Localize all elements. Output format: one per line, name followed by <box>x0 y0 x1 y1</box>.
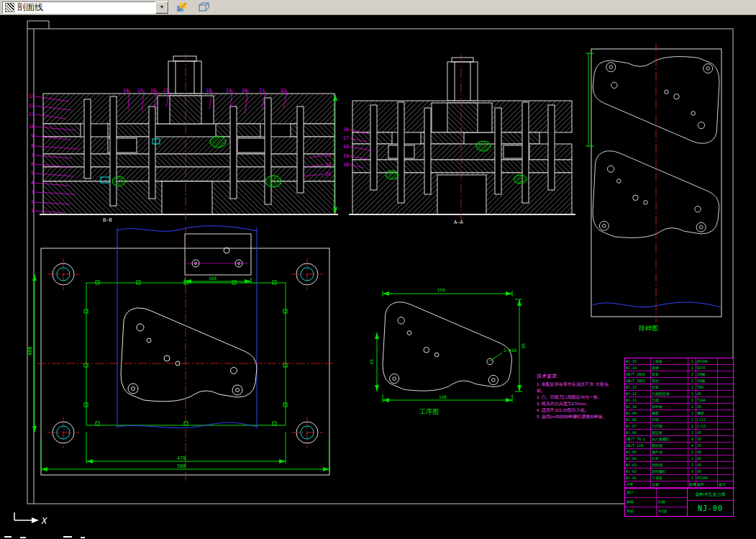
bom-cell: 凹模 <box>651 417 688 422</box>
bom-header-cell: 数量 <box>688 481 696 487</box>
bom-row: NJ-08凹模1Cr12 <box>625 417 733 423</box>
bom-row: NJ-13垫板1T8A <box>625 384 733 391</box>
bom-cell: 4 <box>688 436 696 442</box>
bom-cell <box>718 443 733 448</box>
bom-cell: 35 <box>696 436 718 442</box>
canvas-label: 14 <box>123 88 129 94</box>
bom-cell: 1 <box>688 410 696 416</box>
bom-title-block: 设计 校核 比例 审核 共1张 落料冲孔复合模 NJ-00 <box>625 488 733 516</box>
canvas-label: 10 <box>29 124 35 130</box>
bom-cell <box>718 404 733 409</box>
bom-header-cell: 备注 <box>718 481 733 487</box>
bom-cell: 圆柱销 <box>651 443 688 448</box>
bom-cell <box>718 436 733 442</box>
bom-row: NJ-11凸模1T10A <box>625 397 733 404</box>
bom-cell: 挡料销 <box>651 462 688 468</box>
field-empty <box>657 489 688 497</box>
hatch-tool-button[interactable] <box>173 1 191 14</box>
canvas-label: 13 <box>29 94 35 99</box>
bom-cell: 45 <box>696 391 718 397</box>
bom-cell: 橡胶 <box>651 410 688 416</box>
bom-cell: T8A <box>696 384 718 390</box>
bom-cell: 凸模固定板 <box>651 391 688 397</box>
canvas-label: 11 <box>29 112 35 117</box>
canvas-label: 27 <box>343 135 349 141</box>
canvas-label: 26 <box>343 127 349 132</box>
bom-cell <box>718 384 733 390</box>
bom-cell <box>718 410 733 416</box>
bom-cell: NJ-10 <box>625 404 651 409</box>
bom-cell: 1 <box>688 430 696 435</box>
field-check-label: 校核 <box>625 498 657 507</box>
bom-row: NJ-01下模座1HT200 <box>625 475 733 481</box>
bom-row: NJ-10卸料板145 <box>625 404 733 410</box>
bom-cell: 45 <box>696 404 718 409</box>
ucs-x-label: X <box>41 516 47 526</box>
bom-cell: 卸料螺钉 <box>651 468 688 474</box>
bom-cell: 模柄 <box>651 365 688 371</box>
bom-cell: 1 <box>688 449 696 455</box>
canvas-label: 12 <box>29 103 35 109</box>
canvas-label: 150 <box>437 287 445 292</box>
tech-notes: 技术要求: 1. 装配前所有零件应清洗干净, 去除毛刺。2. 凸、凹模刃口间隙应… <box>537 373 613 420</box>
bom-cell: 20钢 <box>696 378 718 384</box>
bom-cell: T10A <box>696 397 718 403</box>
tech-note-line: 1. 装配前所有零件应清洗干净, 去除毛刺。 <box>537 381 613 394</box>
field-scale-label: 比例 <box>657 498 688 507</box>
bom-cell: GB/T 70.1 <box>625 436 651 442</box>
drawing-number: NJ-00 <box>688 501 733 516</box>
bom-cell <box>718 423 733 429</box>
bom-cell: 20钢 <box>696 371 718 377</box>
bom-row: GB/T 70.1内六角螺钉435 <box>625 436 733 443</box>
bom-cell <box>718 430 733 435</box>
canvas-label: 22 <box>281 88 286 94</box>
object-tool-button[interactable] <box>194 1 212 14</box>
canvas-label: 16 <box>150 88 156 94</box>
bom-cell: NJ-02 <box>625 468 651 474</box>
canvas-label: 3 <box>31 189 34 195</box>
bom-cell: 凸凹模 <box>651 423 688 429</box>
combo-dropdown-arrow-icon[interactable]: ▼ <box>155 1 168 14</box>
bom-cell: 4 <box>688 468 696 474</box>
bom-cell <box>718 456 733 461</box>
bom-cell: 1 <box>688 417 696 422</box>
canvas-label: 7 <box>31 153 34 158</box>
bom-cell: 内六角螺钉 <box>651 436 688 442</box>
canvas-label: 20 <box>242 88 247 94</box>
canvas-label: B—B <box>103 217 112 223</box>
bom-cell: Cr12 <box>696 423 718 429</box>
bom-cell: 1 <box>688 456 696 461</box>
bom-header-cell: 名称 <box>651 481 688 487</box>
bom-header-cell: 代号 <box>625 481 651 487</box>
bom-row: NJ-12凸模固定板145 <box>625 391 733 397</box>
canvas-label: 160 <box>209 276 217 281</box>
canvas-label: 23 <box>325 153 331 158</box>
bom-row: NJ-15上模座1HT200 <box>625 358 733 365</box>
bom-header-row: 代号名称数量材料备注 <box>625 481 733 488</box>
bom-cell: 2 <box>688 378 696 384</box>
bom-cell: HT200 <box>696 475 718 481</box>
toolbar: 剖面线 ▼ <box>0 0 756 15</box>
bom-cell: 垫板 <box>651 384 688 390</box>
tech-note-line: 5. 选用L=25的卸料螺钉调整卸料板。 <box>537 414 613 420</box>
bom-cell: 1 <box>688 475 696 481</box>
bom-cell: 1 <box>688 404 696 409</box>
bom-cell <box>718 468 733 474</box>
canvas-label: 1 <box>31 208 34 214</box>
canvas-label: 8 <box>31 143 34 149</box>
canvas-label: 29 <box>343 153 349 159</box>
tech-notes-title: 技术要求: <box>537 373 613 381</box>
canvas-label: 排样图 <box>638 325 658 332</box>
bom-cell: GB/T 2861 <box>625 378 651 384</box>
bom-cell: NJ-04 <box>625 456 651 461</box>
hatch-style-combobox[interactable]: 剖面线 ▼ <box>2 1 169 14</box>
bom-cell: 4 <box>688 443 696 448</box>
canvas-label: 19 <box>226 88 232 94</box>
canvas-label: A—A <box>454 219 463 225</box>
bom-cell: 1 <box>688 391 696 397</box>
bom-cell: 下模座 <box>651 475 688 481</box>
hatch-pattern-icon <box>176 1 188 13</box>
combo-value: 剖面线 <box>17 2 155 13</box>
canvas-label: 25 <box>325 171 331 177</box>
bom-cell <box>718 365 733 371</box>
